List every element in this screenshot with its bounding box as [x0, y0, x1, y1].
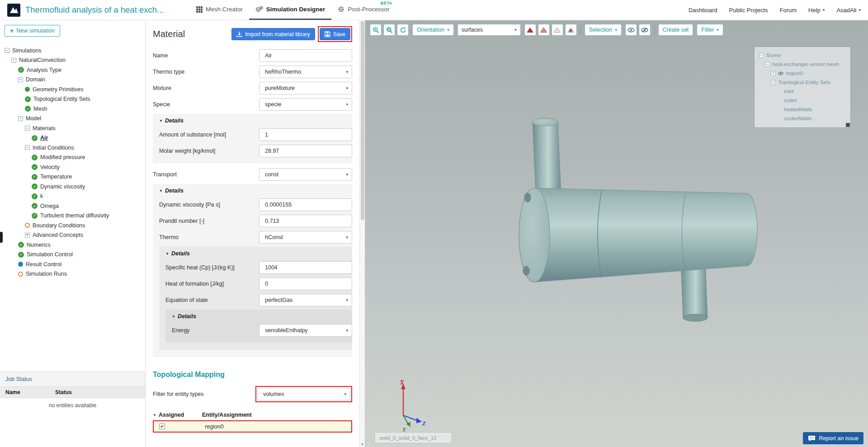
new-simulation-button[interactable]: + New simulation	[5, 25, 60, 37]
select-transport[interactable]: const▾	[259, 168, 352, 181]
assignment-row-region0[interactable]: ✔region0	[153, 420, 352, 433]
collapse-expander-icon[interactable]: −	[25, 145, 30, 150]
render-solid-button[interactable]	[524, 24, 536, 36]
scene-tree-item-outlet[interactable]: outlet	[757, 96, 849, 105]
tree-item-advanced-concepts[interactable]: +Advanced Concepts	[0, 231, 145, 240]
nav-dashboard[interactable]: Dashboard	[689, 7, 717, 14]
import-material-button[interactable]: Import from material library	[231, 28, 315, 40]
sidebar-collapse-handle[interactable]	[0, 232, 3, 243]
input-name[interactable]	[259, 49, 352, 62]
collapse-expander-icon[interactable]: −	[771, 80, 776, 85]
tree-item-naturalconvection[interactable]: −NaturalConvection	[0, 56, 145, 66]
tab-post-processor[interactable]: Post-ProcessorBETA	[331, 0, 396, 20]
tree-item-air[interactable]: ✓Air	[0, 133, 145, 143]
scene-tree-item-inlet[interactable]: inlet	[757, 87, 849, 96]
reset-view-button[interactable]	[397, 24, 409, 36]
select-thermo[interactable]: hConst▾	[259, 231, 352, 244]
save-button[interactable]: Save	[320, 28, 350, 40]
scene-tree-item-scene[interactable]: −Scene	[757, 51, 849, 60]
render-shaded-button[interactable]	[538, 24, 550, 36]
filter-entity-types-select[interactable]: volumes ▾	[257, 388, 350, 400]
zoom-in-button[interactable]	[370, 24, 382, 36]
select-equation-of-state[interactable]: perfectGas▾	[259, 294, 352, 306]
collapse-caret-icon[interactable]: ▼	[153, 413, 156, 417]
tree-item-modified-pressure[interactable]: ✓Modified pressure	[0, 153, 145, 163]
details-group-header[interactable]: ▼Details	[172, 311, 352, 322]
tree-item-boundary-conditions[interactable]: Boundary Conditions	[0, 221, 145, 231]
scene-tree-item-region0[interactable]: +region0	[757, 69, 849, 78]
visibility-eye-icon[interactable]	[778, 71, 783, 75]
nav-public-projects[interactable]: Public Projects	[729, 7, 768, 14]
collapse-expander-icon[interactable]: −	[5, 48, 9, 53]
details-group-header[interactable]: ▼Details	[159, 186, 352, 197]
tree-item-topological-entity-sets[interactable]: ✓Topological Entity Sets	[0, 94, 145, 104]
input-heat-of-formation-j-kg[interactable]	[259, 278, 352, 290]
tree-item-simulation-control[interactable]: ✓Simulation Control	[0, 250, 145, 260]
filter-dropdown[interactable]: Filter ▾	[697, 24, 723, 36]
hide-entity-button[interactable]	[639, 24, 651, 36]
nav-forum[interactable]: Forum	[780, 7, 797, 14]
project-title[interactable]: Thermofluid analysis of a heat exch...	[25, 5, 184, 15]
collapse-expander-icon[interactable]: −	[18, 77, 23, 82]
create-set-button[interactable]: Create set	[658, 24, 693, 36]
tree-item-turbulent-thermal-diffusivity[interactable]: ✓Turbulent thermal diffusivity	[0, 211, 145, 221]
scrollbar-thumb[interactable]	[361, 21, 364, 220]
expand-expander-icon[interactable]: +	[25, 233, 30, 238]
nav-help[interactable]: Help▾	[808, 7, 825, 14]
tree-item-model[interactable]: −Model	[0, 114, 145, 124]
tab-mesh-creator[interactable]: Mesh Creator	[190, 0, 249, 20]
input-dynamic-viscosity-pa-s[interactable]	[259, 198, 352, 211]
tree-item-geometry-primitives[interactable]: Geometry Primitives	[0, 85, 145, 94]
select-specie[interactable]: specie▾	[259, 98, 352, 111]
tree-item-result-control[interactable]: Result Control	[0, 259, 145, 269]
collapse-expander-icon[interactable]: −	[759, 53, 764, 58]
collapse-expander-icon[interactable]: −	[11, 58, 16, 63]
tree-item-numerics[interactable]: ✓Numerics	[0, 240, 145, 250]
input-specific-heat-cp-j-kg-k[interactable]	[259, 261, 352, 274]
tree-item-temperature[interactable]: ✓Temperature	[0, 172, 145, 182]
tree-item-materials[interactable]: −Materials	[0, 123, 145, 133]
collapse-expander-icon[interactable]: −	[25, 126, 30, 131]
collapse-expander-icon[interactable]: −	[18, 116, 23, 121]
scrollbar-down-arrow-icon[interactable]: ▼	[360, 442, 365, 447]
nav-asadali[interactable]: AsadAli▾	[836, 7, 861, 14]
select-energy[interactable]: sensibleEnthalpy▾	[259, 324, 352, 337]
tree-item-analysis-type[interactable]: ✓Analysis Type	[0, 65, 145, 75]
select-mixture[interactable]: pureMixture▾	[259, 82, 352, 94]
tree-item-simulation-runs[interactable]: Simulation Runs	[0, 269, 145, 279]
show-entity-button[interactable]	[625, 24, 637, 36]
tree-item-simulations[interactable]: −Simulations	[0, 46, 145, 56]
zoom-window-button[interactable]	[383, 24, 395, 36]
input-molar-weight-kg-kmol[interactable]	[259, 145, 352, 157]
input-amount-of-substance-mol[interactable]	[259, 128, 352, 141]
select-thermo-type[interactable]: heRhoThermo▾	[259, 66, 352, 78]
report-issue-button[interactable]: Report an issue	[803, 432, 863, 444]
expand-expander-icon[interactable]: +	[771, 71, 776, 76]
tree-item-k[interactable]: ✓k	[0, 192, 145, 202]
flange-hole[interactable]	[524, 193, 531, 202]
details-group-header[interactable]: ▼Details	[159, 116, 352, 127]
details-group-header[interactable]: ▼Details	[165, 249, 352, 259]
scene-tree-item-cooledwalls[interactable]: cooledWalls	[757, 114, 849, 123]
tree-item-domain[interactable]: −Domain	[0, 75, 145, 85]
input-prandtl-number[interactable]	[259, 215, 352, 227]
tree-item-mesh[interactable]: ✓Mesh	[0, 104, 145, 114]
tree-item-dynamic-viscosity[interactable]: ✓Dynamic viscosity	[0, 182, 145, 192]
collapse-expander-icon[interactable]: −	[765, 62, 770, 67]
vessel-body[interactable]	[519, 188, 757, 282]
flange-hole[interactable]	[523, 266, 529, 275]
selection-dropdown[interactable]: Selection ▾	[585, 24, 622, 36]
tree-item-velocity[interactable]: ✓Velocity	[0, 162, 145, 172]
orientation-dropdown[interactable]: Orientation ▾	[412, 24, 454, 36]
inlet-pipe[interactable]	[533, 118, 561, 197]
viewport-3d[interactable]: Orientation ▾ surfaces ▾ Selection ▾ Cre…	[365, 20, 868, 447]
surface-filter-select[interactable]: surfaces ▾	[458, 24, 521, 36]
tree-item-initial-conditions[interactable]: −Initial Conditions	[0, 143, 145, 153]
scene-tree-item-topological-entity-sets[interactable]: −Topological Entity Sets	[757, 78, 849, 87]
scene-tree-item-heatedwalls[interactable]: heatedWalls	[757, 105, 849, 114]
render-outline-button[interactable]	[552, 24, 563, 36]
tab-simulation-designer[interactable]: Simulation Designer	[249, 0, 332, 20]
checkbox-checked[interactable]: ✔	[159, 423, 165, 429]
app-logo-icon[interactable]	[7, 4, 20, 17]
tree-item-omega[interactable]: ✓Omega	[0, 201, 145, 211]
